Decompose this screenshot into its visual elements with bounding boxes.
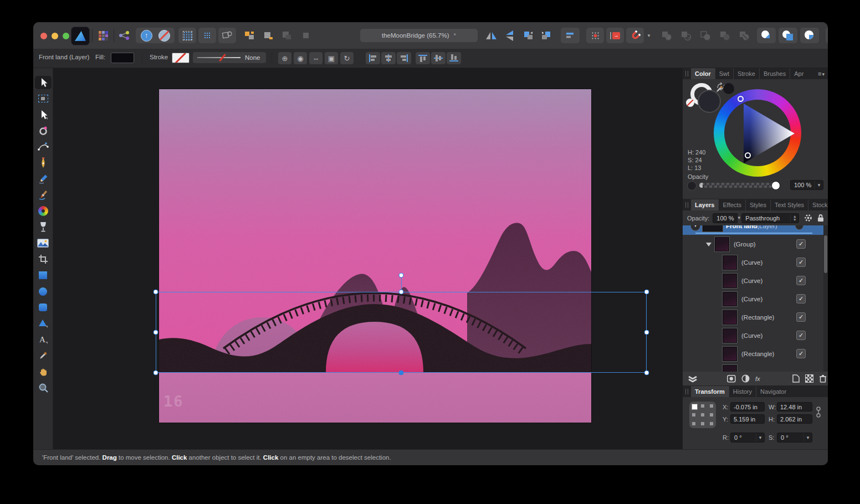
lock-icon[interactable] — [817, 214, 824, 222]
panel-grip[interactable] — [685, 202, 688, 208]
rounded-rectangle-tool[interactable] — [35, 301, 52, 314]
opacity-percent-select[interactable]: 100 % ▾ — [790, 180, 823, 190]
layer-visibility-checkbox[interactable]: ✓ — [796, 312, 806, 322]
insert-on-top-icon[interactable] — [800, 28, 819, 43]
fill-tool[interactable] — [35, 204, 52, 218]
picked-color-swatch[interactable] — [723, 83, 734, 94]
tab-brushes[interactable]: Brushes — [759, 68, 790, 79]
align-center-button[interactable] — [381, 52, 396, 64]
selection-bounding-box[interactable] — [156, 292, 647, 373]
align-middle-button[interactable] — [431, 52, 446, 64]
maximize-window-button[interactable] — [63, 33, 69, 39]
hue-marker[interactable] — [738, 96, 744, 102]
transparency-tool[interactable] — [35, 220, 52, 234]
blend-mode-select[interactable]: Passthrough ▴▾ — [741, 213, 799, 223]
artboard-dots-icon[interactable] — [198, 28, 216, 43]
rectangle-tool[interactable] — [35, 269, 52, 282]
layer-row[interactable]: (Curve) ✓ — [683, 271, 823, 290]
persona-disabled-icon[interactable] — [155, 28, 173, 43]
selection-handle-top-left[interactable] — [153, 290, 158, 295]
panel-grip[interactable] — [685, 71, 688, 76]
account-icon[interactable] — [826, 28, 828, 43]
layer-row-selected[interactable]: ▾ Front land (Layer) — [683, 225, 823, 235]
stroke-swatch[interactable] — [172, 53, 190, 63]
panel-grip[interactable] — [685, 389, 688, 394]
place-image-tool[interactable] — [35, 236, 52, 250]
tab-color[interactable]: Color — [691, 68, 715, 79]
vector-crop-tool[interactable] — [35, 253, 52, 266]
collapse-group-icon[interactable] — [706, 242, 711, 246]
snapping-caret-icon[interactable]: ▾ — [645, 28, 653, 43]
selection-handle-bottom-left[interactable] — [153, 371, 158, 376]
insert-behind-icon[interactable] — [757, 28, 776, 43]
opacity-slider[interactable] — [699, 183, 779, 188]
rotation-handle[interactable] — [399, 273, 404, 278]
shade-marker[interactable] — [745, 152, 751, 158]
selection-handle-bottom-center[interactable] — [399, 371, 404, 376]
stroke-width-control[interactable]: None — [193, 52, 266, 63]
layer-row[interactable]: (Rectangle) ✓ — [683, 308, 823, 327]
corner-tool[interactable] — [35, 124, 52, 137]
layer-visibility-checkbox[interactable]: ✓ — [796, 349, 806, 358]
layer-visibility-checkbox[interactable]: ✓ — [796, 294, 806, 304]
scrollbar-thumb[interactable] — [824, 235, 827, 273]
tab-layers[interactable]: Layers — [691, 199, 718, 210]
opacity-swatch[interactable] — [687, 181, 697, 191]
layer-row[interactable]: (Curve) ✓ — [683, 253, 823, 272]
selection-handle-top-center[interactable] — [399, 290, 404, 295]
node-tool[interactable] — [35, 108, 52, 121]
anchor-point-selector[interactable] — [689, 402, 716, 428]
close-window-button[interactable] — [40, 33, 47, 39]
cycle-selection-box-button[interactable]: ⊕ — [278, 52, 291, 64]
document-title[interactable]: theMoonBridge (65.7%) * — [360, 29, 478, 42]
rotation-centre-button[interactable]: ↻ — [340, 52, 354, 64]
align-top-button[interactable] — [416, 52, 430, 64]
artboard-tool[interactable] — [35, 92, 52, 105]
vector-brush-tool[interactable] — [35, 188, 52, 202]
selection-handle-bottom-right[interactable] — [644, 371, 649, 376]
opacity-slider-knob[interactable] — [771, 181, 780, 190]
minimize-window-button[interactable] — [52, 33, 58, 39]
layer-visibility-checkbox[interactable]: ✓ — [796, 239, 806, 249]
move-tool[interactable] — [35, 76, 52, 89]
layer-row-partial[interactable] — [683, 363, 823, 372]
tab-stroke[interactable]: Stroke — [733, 68, 759, 79]
boolean-xor-icon[interactable] — [716, 28, 733, 43]
lasso-transform-icon[interactable] — [218, 28, 236, 43]
view-tool[interactable] — [35, 365, 52, 378]
new-pixel-layer-icon[interactable] — [805, 374, 813, 383]
ellipse-tool[interactable] — [35, 285, 52, 298]
color-swatches-icon[interactable] — [96, 28, 110, 43]
transform-objects-separately-button[interactable]: ⇔ — [309, 52, 322, 64]
boolean-add-icon[interactable]: + — [658, 28, 675, 43]
contour-tool[interactable] — [35, 140, 52, 153]
no-color-icon[interactable] — [686, 99, 694, 107]
layers-opacity-select[interactable]: 100 % ▾ — [713, 213, 738, 223]
zoom-tool[interactable] — [35, 381, 52, 394]
show-alignment-handles-button[interactable]: ◉ — [294, 52, 307, 64]
edit-all-layers-icon[interactable] — [795, 225, 803, 230]
canvas-area[interactable]: 16 — [53, 68, 683, 450]
layer-visibility-checkbox[interactable]: ✓ — [796, 258, 806, 267]
insert-target-icon[interactable]: → — [606, 28, 624, 43]
tab-text-styles[interactable]: Text Styles — [770, 199, 808, 210]
tab-effects[interactable]: Effects — [718, 199, 745, 210]
flip-horizontal-icon[interactable] — [483, 28, 500, 43]
order-forward-icon[interactable] — [520, 28, 536, 43]
new-layer-icon[interactable] — [792, 374, 800, 383]
tab-swatches[interactable]: Swt — [715, 68, 733, 79]
x-input[interactable]: -0.075 in — [730, 402, 765, 412]
affinity-designer-logo-icon[interactable] — [71, 27, 90, 45]
align-right-button[interactable] — [397, 52, 411, 64]
shape-tool[interactable] — [35, 317, 52, 330]
layer-row-group[interactable]: (Group) ✓ — [683, 235, 823, 254]
color-picker-tool[interactable] — [35, 349, 52, 362]
selection-handle-top-right[interactable] — [644, 290, 649, 295]
tab-styles[interactable]: Styles — [745, 199, 770, 210]
flip-vertical-icon[interactable] — [501, 28, 518, 43]
boolean-intersect-icon[interactable] — [697, 28, 714, 43]
pencil-tool[interactable] — [35, 172, 52, 186]
tab-appearance[interactable]: Apr — [790, 68, 807, 79]
tab-navigator[interactable]: Navigator — [756, 386, 790, 397]
tab-transform[interactable]: Transform — [691, 386, 729, 397]
